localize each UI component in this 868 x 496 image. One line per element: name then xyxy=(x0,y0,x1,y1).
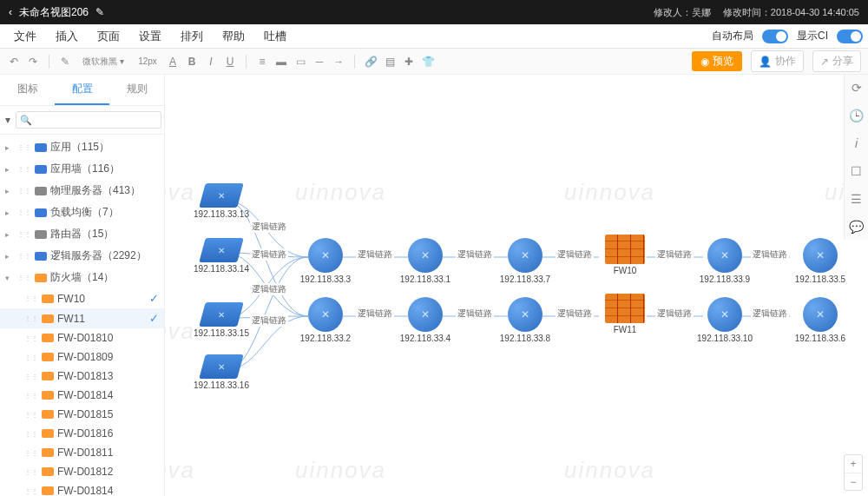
node-router[interactable]: 192.118.33.3 xyxy=(295,238,356,284)
tab-config[interactable]: 配置 xyxy=(55,75,109,105)
menu-settings[interactable]: 设置 xyxy=(130,25,170,48)
undo-icon[interactable]: ↶ xyxy=(7,55,21,69)
link-icon[interactable]: 🔗 xyxy=(364,55,378,69)
menu-insert[interactable]: 插入 xyxy=(47,25,87,48)
tab-icons[interactable]: 图标 xyxy=(0,75,55,105)
node-router[interactable]: 192.118.33.2 xyxy=(295,297,356,343)
menu-feedback[interactable]: 吐槽 xyxy=(255,25,295,48)
auto-layout-label: 自动布局 xyxy=(712,29,753,43)
bold-icon[interactable]: B xyxy=(185,55,199,69)
node-switch[interactable]: 192.118.33.15 xyxy=(191,302,252,338)
tree-item[interactable]: ⋮⋮FW-D01813 xyxy=(0,367,164,386)
tree-item[interactable]: ⋮⋮FW-D01815 xyxy=(0,405,164,424)
fill-icon[interactable]: ▬ xyxy=(274,55,288,69)
tree-item[interactable]: ⋮⋮FW-D01810 xyxy=(0,328,164,347)
zoom-out-button[interactable]: − xyxy=(845,473,862,490)
font-size-dd[interactable]: 12px xyxy=(135,55,161,69)
menu-help[interactable]: 帮助 xyxy=(214,25,253,48)
menu-file[interactable]: 文件 xyxy=(5,25,45,48)
zoom-control: + − xyxy=(844,454,863,491)
info-icon[interactable]: i xyxy=(849,136,865,151)
tree-item[interactable]: ⋮⋮FW-D01814 xyxy=(0,386,164,405)
tree[interactable]: ▸⋮⋮应用（115）▸⋮⋮应用墙（116）▸⋮⋮物理服务器（413）▸⋮⋮负载均… xyxy=(0,135,164,496)
show-ci-label: 显示CI xyxy=(797,29,828,43)
search-input[interactable] xyxy=(16,111,161,129)
node-router[interactable]: 192.118.33.8 xyxy=(495,297,556,343)
canvas[interactable]: uinnova uinnova uinnova uinnova uinnova … xyxy=(165,75,868,496)
node-switch[interactable]: 192.118.33.13 xyxy=(191,183,252,219)
align-icon[interactable]: ≡ xyxy=(255,55,269,69)
tree-item[interactable]: ⋮⋮FW-D01811 xyxy=(0,443,164,462)
sidebar: 图标 配置 规则 ▾ 🔍 ▸⋮⋮应用（115）▸⋮⋮应用墙（116）▸⋮⋮物理服… xyxy=(0,75,165,496)
italic-icon[interactable]: I xyxy=(204,55,218,69)
tree-item[interactable]: ⋮⋮FW-D01814 xyxy=(0,481,164,496)
font-color-icon[interactable]: A xyxy=(166,55,180,69)
tree-category[interactable]: ▸⋮⋮应用（115） xyxy=(0,136,164,158)
tree-item[interactable]: ⋮⋮FW10✓ xyxy=(0,288,164,308)
style-icon[interactable]: 👕 xyxy=(421,55,435,69)
toolbar: ↶ ↷ ✎ 微软雅黑 ▾ 12px A B I U ≡ ▬ ▭ ─ → 🔗 ▤ … xyxy=(0,49,868,75)
tree-item[interactable]: ⋮⋮FW-D01812 xyxy=(0,462,164,481)
tree-category[interactable]: ▾⋮⋮防火墙（14） xyxy=(0,267,164,288)
list-icon[interactable]: ☰ xyxy=(849,191,865,207)
show-ci-toggle[interactable] xyxy=(837,30,863,43)
chat-icon[interactable]: 💬 xyxy=(849,219,865,235)
line-style-icon[interactable]: ─ xyxy=(312,55,326,69)
share-button[interactable]: ↗ 分享 xyxy=(812,50,861,72)
format-paint-icon[interactable]: ✎ xyxy=(58,55,72,69)
node-firewall[interactable]: FW11 xyxy=(595,294,655,334)
sidebar-tabs: 图标 配置 规则 xyxy=(0,75,164,106)
node-router[interactable]: 192.118.33.1 xyxy=(395,238,456,284)
menubar: 文件 插入 页面 设置 排列 帮助 吐槽 自动布局 显示CI xyxy=(0,24,868,49)
arrow-icon[interactable]: → xyxy=(332,55,345,69)
tree-category[interactable]: ▸⋮⋮负载均衡（7） xyxy=(0,202,164,223)
titlebar: ‹ 未命名视图206 ✎ 修改人：吴娜 修改时间：2018-04-30 14:4… xyxy=(0,0,868,24)
tree-category[interactable]: ▸⋮⋮逻辑服务器（2292） xyxy=(0,245,164,267)
node-router[interactable]: 192.118.33.7 xyxy=(495,238,556,284)
menu-arrange[interactable]: 排列 xyxy=(172,25,212,48)
tree-category[interactable]: ▸⋮⋮应用墙（116） xyxy=(0,158,164,180)
node-router[interactable]: 192.118.33.9 xyxy=(694,238,755,284)
tree-item[interactable]: ⋮⋮FW-D01809 xyxy=(0,347,164,367)
font-family-dd[interactable]: 微软雅黑 ▾ xyxy=(77,55,129,69)
shape-icon[interactable]: ✚ xyxy=(402,55,416,69)
search-icon: 🔍 xyxy=(20,115,32,126)
redo-icon[interactable]: ↷ xyxy=(26,55,40,69)
tree-item[interactable]: ⋮⋮FW11✓ xyxy=(0,308,164,328)
collab-button[interactable]: 👤 协作 xyxy=(751,50,804,72)
node-switch[interactable]: 192.118.33.16 xyxy=(191,354,252,390)
tree-item[interactable]: ⋮⋮FW-D01816 xyxy=(0,424,164,443)
refresh-icon[interactable]: ⟳ xyxy=(849,80,865,96)
edit-title-icon[interactable]: ✎ xyxy=(95,6,104,18)
save-icon[interactable]: ☐ xyxy=(849,163,865,179)
node-router[interactable]: 192.118.33.4 xyxy=(395,297,456,343)
clock-icon[interactable]: 🕒 xyxy=(849,108,865,123)
layer-icon[interactable]: ▤ xyxy=(383,55,397,69)
back-icon[interactable]: ‹ xyxy=(9,6,12,18)
node-router[interactable]: 192.118.33.10 xyxy=(694,297,755,343)
filter-dropdown-icon[interactable]: ▾ xyxy=(5,112,10,128)
node-switch[interactable]: 192.118.33.14 xyxy=(191,238,252,274)
node-router[interactable]: 192.118.33.5 xyxy=(790,238,851,284)
tree-category[interactable]: ▸⋮⋮物理服务器（413） xyxy=(0,180,164,202)
preview-button[interactable]: ◉ 预览 xyxy=(692,51,742,71)
menu-page[interactable]: 页面 xyxy=(89,25,128,48)
underline-icon[interactable]: U xyxy=(223,55,237,69)
node-router[interactable]: 192.118.33.6 xyxy=(790,297,851,343)
border-icon[interactable]: ▭ xyxy=(293,55,307,69)
zoom-in-button[interactable]: + xyxy=(845,455,862,473)
auto-layout-toggle[interactable] xyxy=(762,30,788,43)
node-firewall[interactable]: FW10 xyxy=(595,235,655,275)
tree-category[interactable]: ▸⋮⋮路由器（15） xyxy=(0,223,164,245)
right-toolbar: ⟳ 🕒 i ☐ ☰ 💬 xyxy=(844,75,868,240)
tab-rules[interactable]: 规则 xyxy=(109,75,164,105)
view-title: 未命名视图206 xyxy=(19,5,89,20)
